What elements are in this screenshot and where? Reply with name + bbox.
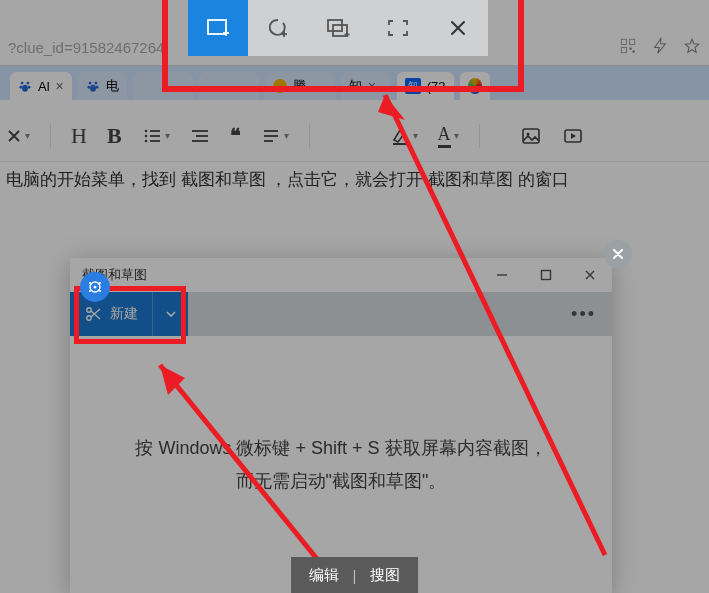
- tab-5[interactable]: 腾: [265, 72, 335, 100]
- browser-icon: [468, 78, 482, 94]
- tab-6[interactable]: 知 ×: [341, 72, 391, 100]
- lightning-icon[interactable]: [651, 37, 669, 59]
- svg-point-12: [87, 86, 90, 89]
- svg-point-47: [99, 282, 101, 284]
- svg-point-11: [94, 82, 97, 85]
- svg-rect-0: [621, 39, 626, 44]
- svg-point-17: [144, 139, 147, 142]
- more-button[interactable]: •••: [571, 304, 596, 325]
- list-button[interactable]: ▾: [142, 126, 170, 146]
- svg-point-7: [19, 86, 22, 89]
- window-titlebar: 截图和草图: [70, 258, 612, 292]
- star-icon[interactable]: [683, 37, 701, 59]
- svg-point-42: [87, 308, 91, 312]
- svg-point-5: [21, 82, 24, 85]
- divider: |: [353, 567, 357, 584]
- window-toolbar: 新建 •••: [70, 292, 612, 336]
- overlay-close-button[interactable]: [604, 240, 632, 268]
- tab-3[interactable]: [133, 72, 193, 100]
- svg-rect-2: [621, 47, 626, 52]
- heading-button[interactable]: H: [71, 123, 87, 149]
- body-text: 电脑的开始菜单，找到 截图和草图 ，点击它，就会打开 截图和草图 的窗口: [0, 168, 709, 191]
- snip-freeform-button[interactable]: [248, 0, 308, 56]
- video-button[interactable]: [562, 125, 584, 147]
- svg-point-15: [144, 129, 147, 132]
- close-format-icon[interactable]: ▾: [6, 128, 30, 144]
- new-button[interactable]: 新建: [70, 292, 152, 336]
- minimize-button[interactable]: [480, 258, 524, 292]
- tab-label: 知: [349, 77, 362, 95]
- svg-rect-4: [633, 50, 635, 52]
- snip-rect-button[interactable]: [188, 0, 248, 56]
- tab-2[interactable]: 电: [78, 72, 127, 100]
- window-body: 按 Windows 微标键 + Shift + S 获取屏幕内容截图， 而无需启…: [70, 336, 612, 593]
- snip-window-button[interactable]: [308, 0, 368, 56]
- image-action-bar: 编辑 | 搜图: [291, 557, 419, 593]
- highlight-button[interactable]: ▾: [390, 126, 418, 146]
- svg-rect-41: [542, 271, 551, 280]
- message-line-2: 而无需启动"截图和草图"。: [135, 465, 546, 497]
- qr-icon[interactable]: [619, 37, 637, 59]
- tab-label: 电: [106, 77, 119, 95]
- svg-rect-3: [630, 47, 632, 49]
- svg-point-43: [87, 316, 91, 320]
- svg-point-10: [88, 82, 91, 85]
- snip-mode-bar: [188, 0, 488, 56]
- svg-point-16: [144, 134, 147, 137]
- baidu-icon: [18, 79, 32, 93]
- snip-sketch-window: 截图和草图 新建 ••• 按 Windows 微标键 + Shift + S 获…: [70, 258, 612, 593]
- svg-point-45: [94, 286, 97, 289]
- tencent-icon: [273, 79, 287, 93]
- message-line-1: 按 Windows 微标键 + Shift + S 获取屏幕内容截图，: [135, 432, 546, 464]
- new-button-chevron[interactable]: [152, 292, 188, 336]
- close-icon[interactable]: ×: [368, 78, 376, 94]
- tab-8[interactable]: [460, 72, 490, 100]
- svg-point-46: [89, 282, 91, 284]
- svg-point-48: [89, 290, 91, 292]
- zhihu-icon: 知: [405, 78, 421, 94]
- bold-button[interactable]: B: [107, 123, 122, 149]
- quote-button[interactable]: ❝: [230, 124, 241, 148]
- assistant-badge-icon[interactable]: [80, 272, 110, 302]
- svg-point-14: [90, 85, 96, 92]
- baidu-icon: [86, 79, 100, 93]
- tab-label: (73: [427, 79, 446, 94]
- text-color-button[interactable]: A▾: [438, 124, 459, 148]
- align-button[interactable]: ▾: [261, 126, 289, 146]
- tab-1[interactable]: Al ×: [10, 72, 72, 100]
- svg-rect-28: [523, 129, 539, 143]
- search-image-button[interactable]: 搜图: [370, 566, 400, 585]
- snip-close-button[interactable]: [428, 0, 488, 56]
- new-button-label: 新建: [110, 305, 138, 323]
- indent-button[interactable]: [190, 126, 210, 146]
- tab-4[interactable]: [199, 72, 259, 100]
- tab-7[interactable]: 知 (73: [397, 72, 454, 100]
- maximize-button[interactable]: [524, 258, 568, 292]
- scissors-icon: [84, 305, 102, 323]
- svg-rect-31: [208, 20, 226, 34]
- close-button[interactable]: [568, 258, 612, 292]
- snip-fullscreen-button[interactable]: [368, 0, 428, 56]
- svg-point-8: [28, 86, 31, 89]
- tab-strip: Al × 电 腾 知 × 知 (73: [0, 66, 709, 100]
- svg-rect-1: [630, 39, 635, 44]
- svg-point-13: [95, 86, 98, 89]
- tab-label: Al: [38, 79, 50, 94]
- image-button[interactable]: [520, 125, 542, 147]
- svg-point-6: [26, 82, 29, 85]
- close-icon[interactable]: ×: [56, 78, 64, 94]
- tab-label: 腾: [293, 77, 306, 95]
- svg-point-9: [22, 85, 28, 92]
- edit-button[interactable]: 编辑: [309, 566, 339, 585]
- svg-point-49: [99, 290, 101, 292]
- editor-toolbar: ▾ H B ▾ ❝ ▾ ▾ A▾: [0, 110, 709, 162]
